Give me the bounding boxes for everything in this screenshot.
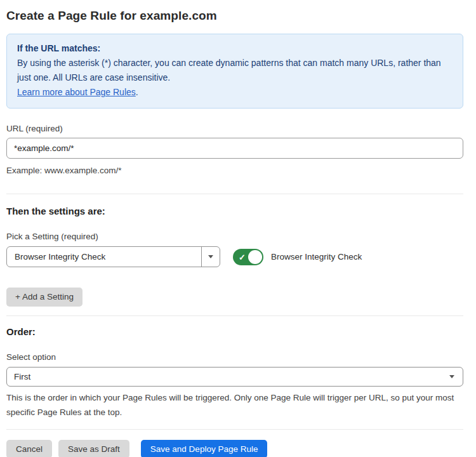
- select-option-label: Select option: [6, 352, 463, 362]
- settings-section-heading: Then the settings are:: [6, 206, 463, 216]
- info-box-heading: If the URL matches:: [17, 41, 453, 56]
- create-page-rule-form: Create a Page Rule for example.com If th…: [0, 0, 476, 457]
- order-select-value: First: [14, 372, 449, 381]
- chevron-down-icon: [449, 375, 454, 378]
- setting-row: Browser Integrity Check ✓ Browser Integr…: [6, 246, 463, 267]
- section-divider: [6, 315, 463, 316]
- pick-setting-label: Pick a Setting (required): [6, 232, 463, 241]
- url-example-helper: Example: www.example.com/*: [6, 163, 463, 178]
- save-and-deploy-button[interactable]: Save and Deploy Page Rule: [141, 440, 268, 457]
- toggle-label: Browser Integrity Check: [271, 252, 362, 262]
- section-divider: [6, 194, 463, 194]
- footer-button-row: Cancel Save as Draft Save and Deploy Pag…: [6, 440, 463, 457]
- url-match-info-box: If the URL matches: By using the asteris…: [6, 34, 463, 109]
- cancel-button[interactable]: Cancel: [6, 440, 52, 457]
- link-suffix: .: [136, 87, 138, 97]
- url-input[interactable]: [6, 138, 463, 159]
- order-helper-text: This is the order in which your Page Rul…: [6, 390, 463, 420]
- order-section-heading: Order:: [6, 326, 463, 337]
- save-as-draft-button[interactable]: Save as Draft: [58, 440, 129, 457]
- setting-dropdown-arrow-button[interactable]: [201, 247, 220, 267]
- toggle-knob: [248, 250, 262, 264]
- setting-dropdown[interactable]: Browser Integrity Check: [6, 246, 220, 267]
- info-box-link-line: Learn more about Page Rules.: [17, 85, 453, 100]
- chevron-down-icon: [208, 255, 213, 258]
- info-box-body: By using the asterisk (*) character, you…: [17, 56, 453, 85]
- check-icon: ✓: [239, 253, 246, 261]
- footer-divider: [6, 429, 463, 430]
- add-setting-button[interactable]: + Add a Setting: [6, 288, 83, 307]
- page-title: Create a Page Rule for example.com: [6, 9, 463, 23]
- learn-more-link[interactable]: Learn more about Page Rules: [17, 87, 136, 97]
- setting-dropdown-value: Browser Integrity Check: [7, 247, 201, 267]
- setting-toggle[interactable]: ✓: [233, 249, 263, 265]
- order-select[interactable]: First: [6, 367, 463, 387]
- url-field-label: URL (required): [6, 124, 463, 133]
